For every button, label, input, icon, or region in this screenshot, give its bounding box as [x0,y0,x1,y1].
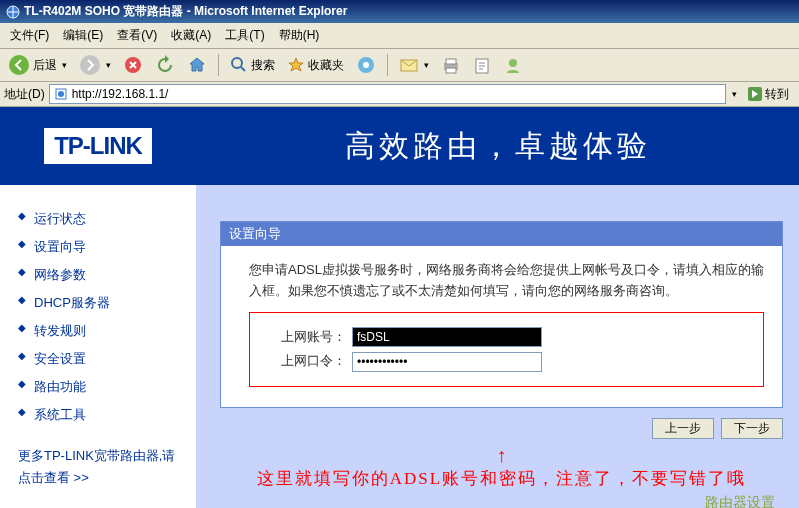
button-row: 上一步 下一步 [220,418,783,439]
stop-icon [123,55,143,75]
account-row: 上网账号： [266,327,747,348]
sidebar-more-link[interactable]: 更多TP-LINK宽带路由器,请点击查看 >> [18,445,178,489]
sidebar-item-forward[interactable]: 转发规则 [18,317,178,345]
forward-button[interactable]: ▾ [75,52,115,78]
ie-icon [6,4,20,19]
edit-icon [473,56,491,74]
menu-view[interactable]: 查看(V) [111,25,163,46]
prev-button[interactable]: 上一步 [652,418,714,439]
goto-label: 转到 [765,86,789,103]
slogan: 高效路由，卓越体验 [196,107,799,185]
panel-description: 您申请ADSL虚拟拨号服务时，网络服务商将会给您提供上网帐号及口令，请填入相应的… [249,260,764,302]
router-header: TP-LINK 高效路由，卓越体验 [0,107,799,185]
window-title: TL-R402M SOHO 宽带路由器 - Microsoft Internet… [24,3,347,20]
messenger-button[interactable] [499,53,527,77]
address-input[interactable]: http://192.168.1.1/ [49,84,726,104]
svg-point-6 [363,62,369,68]
print-button[interactable] [437,54,465,76]
home-button[interactable] [183,53,211,77]
menu-favorites[interactable]: 收藏(A) [165,25,217,46]
chevron-down-icon: ▾ [424,60,429,70]
back-icon [8,54,30,76]
sidebar-item-wizard[interactable]: 设置向导 [18,233,178,261]
edit-button[interactable] [469,54,495,76]
svg-point-4 [232,58,242,68]
logo-text: TP-LINK [54,132,142,160]
chevron-down-icon[interactable]: ▾ [732,89,737,99]
annotation-arrow: ↑ [220,445,783,465]
refresh-button[interactable] [151,53,179,77]
svg-point-12 [509,59,517,67]
page-main: 运行状态 设置向导 网络参数 DHCP服务器 转发规则 安全设置 路由功能 系统… [0,185,799,508]
favorites-button[interactable]: 收藏夹 [283,54,348,76]
annotation-text: 这里就填写你的ADSL账号和密码，注意了，不要写错了哦 [220,467,783,490]
messenger-icon [503,55,523,75]
menubar: 文件(F) 编辑(E) 查看(V) 收藏(A) 工具(T) 帮助(H) [0,23,799,49]
stop-button[interactable] [119,53,147,77]
forward-icon [79,54,101,76]
account-label: 上网账号： [266,327,346,348]
toolbar: 后退 ▾ ▾ 搜索 收藏夹 ▾ [0,49,799,82]
toolbar-separator [387,54,388,76]
password-label: 上网口令： [266,351,346,372]
search-icon [230,56,248,74]
wizard-panel: 设置向导 您申请ADSL虚拟拨号服务时，网络服务商将会给您提供上网帐号及口令，请… [220,221,783,408]
svg-rect-10 [446,68,456,73]
sidebar-list: 运行状态 设置向导 网络参数 DHCP服务器 转发规则 安全设置 路由功能 系统… [18,205,178,429]
watermark-line1: 路由器设置 [220,494,775,508]
watermark: 路由器设置 irijiwang.com [220,494,783,508]
account-input[interactable] [352,327,542,347]
password-input[interactable] [352,352,542,372]
back-label: 后退 [33,57,57,74]
address-label: 地址(D) [4,86,45,103]
goto-icon [747,86,763,102]
window-titlebar: TL-R402M SOHO 宽带路由器 - Microsoft Internet… [0,0,799,23]
sidebar-item-routing[interactable]: 路由功能 [18,373,178,401]
sidebar-item-security[interactable]: 安全设置 [18,345,178,373]
svg-point-2 [80,55,100,75]
logo-cell: TP-LINK [0,107,196,185]
sidebar-item-network[interactable]: 网络参数 [18,261,178,289]
chevron-down-icon: ▾ [62,60,67,70]
toolbar-separator [218,54,219,76]
page-icon [54,87,68,102]
media-icon [356,55,376,75]
media-button[interactable] [352,53,380,77]
sidebar-item-system[interactable]: 系统工具 [18,401,178,429]
logo-box: TP-LINK [44,128,152,164]
home-icon [187,55,207,75]
mail-icon [399,56,419,74]
search-button[interactable]: 搜索 [226,54,279,76]
back-button[interactable]: 后退 ▾ [4,52,71,78]
refresh-icon [155,55,175,75]
addressbar: 地址(D) http://192.168.1.1/ ▾ 转到 [0,82,799,107]
menu-edit[interactable]: 编辑(E) [57,25,109,46]
menu-tools[interactable]: 工具(T) [219,25,270,46]
svg-rect-9 [446,59,456,64]
mail-button[interactable]: ▾ [395,54,433,76]
panel-body: 您申请ADSL虚拟拨号服务时，网络服务商将会给您提供上网帐号及口令，请填入相应的… [221,246,782,407]
favorites-label: 收藏夹 [308,57,344,74]
search-label: 搜索 [251,57,275,74]
menu-file[interactable]: 文件(F) [4,25,55,46]
address-url: http://192.168.1.1/ [72,87,169,101]
goto-button[interactable]: 转到 [741,86,795,103]
panel-title: 设置向导 [221,222,782,246]
svg-point-14 [58,91,64,97]
next-button[interactable]: 下一步 [721,418,783,439]
print-icon [441,56,461,74]
sidebar-item-dhcp[interactable]: DHCP服务器 [18,289,178,317]
password-row: 上网口令： [266,351,747,372]
chevron-down-icon: ▾ [106,60,111,70]
svg-point-1 [9,55,29,75]
credentials-form: 上网账号： 上网口令： [249,312,764,388]
sidebar: 运行状态 设置向导 网络参数 DHCP服务器 转发规则 安全设置 路由功能 系统… [0,185,196,508]
menu-help[interactable]: 帮助(H) [273,25,326,46]
star-icon [287,56,305,74]
content-area: 设置向导 您申请ADSL虚拟拨号服务时，网络服务商将会给您提供上网帐号及口令，请… [196,185,799,508]
sidebar-item-status[interactable]: 运行状态 [18,205,178,233]
